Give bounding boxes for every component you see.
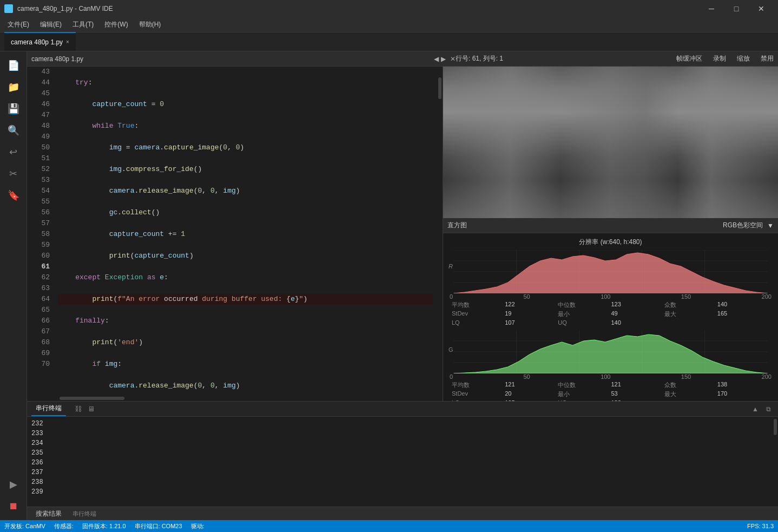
status-sensor: 传感器: [54, 522, 74, 530]
frame-buffer-label: 帧缓冲区 [676, 54, 702, 63]
sidebar-new-file-icon[interactable]: 📄 [4, 56, 23, 75]
histogram-resolution: 分辨率 (w:640, h:480) [443, 235, 778, 249]
menu-help[interactable]: 帮助(H) [134, 18, 167, 31]
sidebar-bookmark-icon[interactable]: 🔖 [4, 186, 23, 205]
terminal-line: 237 [31, 468, 768, 477]
green-stat-val-3: 20 [505, 390, 557, 398]
red-stat-label-0: 平均数 [452, 301, 504, 309]
svg-rect-3 [540, 88, 584, 218]
svg-rect-4 [573, 110, 638, 218]
svg-rect-8 [551, 175, 605, 218]
histogram-rgb-label: RGB色彩空间 [723, 221, 763, 230]
green-axis-label: G [449, 346, 453, 353]
red-stat-val-7: 140 [611, 319, 663, 326]
red-stat-label-7: UQ [558, 319, 610, 326]
svg-rect-2 [443, 99, 551, 218]
terminal-line: 234 [31, 438, 768, 448]
terminal-screen-icon[interactable]: 🖥 [85, 404, 96, 415]
menu-tools[interactable]: 工具(T) [67, 18, 99, 31]
svg-rect-7 [443, 164, 540, 218]
red-stat-val-1: 123 [611, 301, 663, 309]
green-stats: 平均数 121 中位数 121 众数 138 StDev 20 最小 53 最大… [447, 380, 774, 401]
svg-rect-5 [627, 83, 659, 218]
editor-horizontal-scrollbar[interactable] [27, 396, 443, 401]
sidebar-replace-icon[interactable]: ↩ [4, 142, 23, 162]
red-x-labels: 0 50 100 150 200 [447, 293, 774, 300]
status-fps: FPS: 31.3 [747, 523, 774, 529]
green-stat-val-0: 121 [505, 381, 557, 389]
content-row: 43 44 45 46 47 48 49 50 51 52 53 54 55 5… [27, 67, 778, 401]
terminal-footer: 搜索结果 串行终端 [27, 507, 778, 520]
editor-close-button[interactable]: ✕ [450, 55, 456, 63]
terminal-scrollbar[interactable] [773, 417, 778, 507]
camera-preview-svg [443, 67, 778, 218]
green-stat-label-4: 最小 [558, 390, 610, 398]
green-stat-val-4: 53 [611, 390, 663, 398]
app-icon [4, 4, 13, 13]
editor-prev-arrow[interactable]: ◀ [434, 55, 439, 63]
editor-vertical-scrollbar[interactable] [437, 67, 443, 396]
red-stat-val-0: 122 [505, 301, 557, 309]
status-serial: 串行端口: COM23 [135, 522, 182, 530]
terminal-float-button[interactable]: ⧉ [763, 404, 774, 415]
code-content[interactable]: try: capture_count = 0 while True: img =… [54, 67, 437, 396]
terminal-line: 233 [31, 429, 768, 438]
status-firmware: 固件版本: 1.21.0 [82, 522, 126, 530]
menu-edit[interactable]: 编辑(E) [35, 18, 67, 31]
sidebar-open-icon[interactable]: 📁 [4, 77, 23, 97]
menu-controls[interactable]: 控件(W) [99, 18, 133, 31]
maximize-button[interactable]: □ [724, 0, 749, 17]
svg-rect-11 [454, 137, 530, 139]
editor-tab[interactable]: camera 480p 1.py × [4, 32, 76, 51]
green-stat-val-2: 138 [717, 381, 769, 389]
menu-file[interactable]: 文件(E) [2, 18, 35, 31]
window-controls: ─ □ ✕ [699, 0, 774, 17]
sidebar-scissors-icon[interactable]: ✂ [4, 164, 23, 183]
camera-image [443, 67, 778, 218]
tab-search-results[interactable]: 搜索结果 [31, 507, 66, 521]
red-stat-val-4: 49 [611, 310, 663, 318]
title-bar: camera_480p_1.py - CanMV IDE ─ □ ✕ [0, 0, 778, 17]
tab-close-button[interactable]: × [66, 39, 69, 45]
tab-filename: camera 480p 1.py [11, 38, 63, 46]
close-button[interactable]: ✕ [749, 0, 774, 17]
tab-bar: camera 480p 1.py × [0, 32, 778, 51]
minimize-button[interactable]: ─ [699, 0, 724, 17]
editor-next-arrow[interactable]: ▶ [441, 55, 446, 63]
editor-panel: camera 480p 1.py ◀ ▶ ✕ 行号: 61, 列号: 1 帧缓冲… [27, 51, 778, 520]
terminal-tab-serial[interactable]: 串行终端 [31, 402, 66, 416]
code-area[interactable]: 43 44 45 46 47 48 49 50 51 52 53 54 55 5… [27, 67, 443, 396]
terminal-content[interactable]: 232 233 234 235 236 237 238 239 [27, 417, 773, 507]
svg-rect-14 [713, 132, 767, 218]
terminal-tab-serial-footer[interactable]: 串行终端 [72, 510, 96, 518]
disable-label[interactable]: 禁用 [761, 54, 774, 63]
terminal-link-icon[interactable]: ⛓ [72, 404, 83, 415]
sidebar-search-icon[interactable]: 🔍 [4, 121, 23, 140]
record-label[interactable]: 录制 [713, 54, 726, 63]
histogram-dropdown[interactable]: ▼ [767, 222, 774, 229]
terminal-line: 235 [31, 448, 768, 458]
histogram-title: 直方图 [447, 221, 723, 230]
terminal-line: 236 [31, 458, 768, 468]
zoom-label[interactable]: 缩放 [737, 54, 750, 63]
red-stat-label-4: 最小 [558, 310, 610, 318]
green-stat-label-3: StDev [452, 390, 504, 398]
status-board: 开发板: CanMV [4, 522, 45, 530]
code-editor[interactable]: 43 44 45 46 47 48 49 50 51 52 53 54 55 5… [27, 67, 443, 401]
terminal-line: 238 [31, 477, 768, 487]
sidebar-run-icon[interactable]: ▶ [4, 475, 23, 494]
sidebar-save-icon[interactable]: 💾 [4, 99, 23, 119]
status-bar: 开发板: CanMV 传感器: 固件版本: 1.21.0 串行端口: COM23… [0, 520, 778, 532]
terminal-expand-button[interactable]: ▲ [750, 404, 761, 415]
menu-bar: 文件(E) 编辑(E) 工具(T) 控件(W) 帮助(H) [0, 17, 778, 32]
sidebar-stop-icon[interactable]: ⏹ [4, 496, 23, 516]
editor-header: camera 480p 1.py ◀ ▶ ✕ 行号: 61, 列号: 1 帧缓冲… [27, 51, 778, 67]
red-stats: 平均数 122 中位数 123 众数 140 StDev 19 最小 49 最大… [447, 300, 774, 327]
terminal-line: 239 [31, 487, 768, 497]
red-axis-label: R [449, 263, 453, 270]
status-driver: 驱动: [191, 522, 205, 530]
green-stat-label-5: 最大 [664, 390, 716, 398]
green-stat-label-1: 中位数 [558, 381, 610, 389]
terminal-header: 串行终端 ⛓ 🖥 ▲ ⧉ [27, 402, 778, 417]
terminal-icons: ⛓ 🖥 [72, 404, 96, 415]
